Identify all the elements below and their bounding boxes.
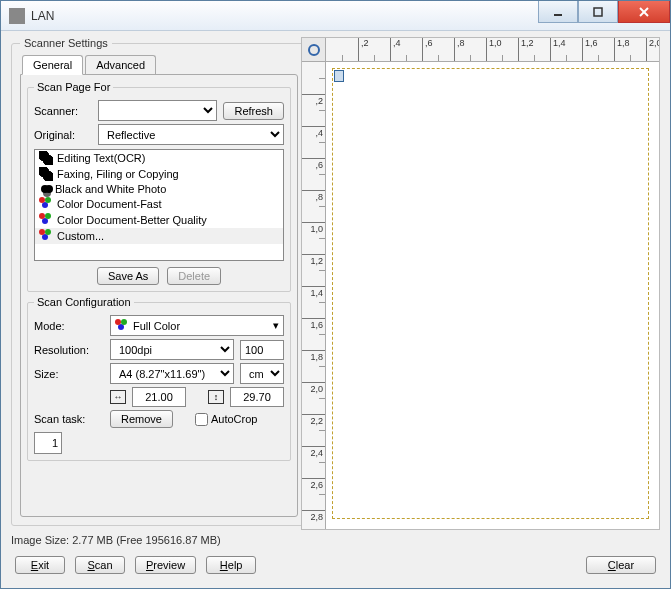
color-icon	[39, 213, 53, 227]
preview-canvas[interactable]	[326, 62, 659, 529]
bw-icon	[41, 185, 49, 193]
full-color-icon	[115, 319, 129, 333]
resolution-label: Resolution:	[34, 344, 104, 356]
scan-configuration-group: Scan Configuration Mode: Full Color ▾ Re…	[27, 296, 291, 461]
original-select[interactable]: Reflective	[98, 124, 284, 145]
app-window: LAN Scanner Settings General Advanced Sc…	[0, 0, 671, 589]
width-input[interactable]	[132, 387, 186, 407]
window-title: LAN	[31, 9, 538, 23]
unit-select[interactable]: cm	[240, 363, 284, 384]
mode-select[interactable]: Full Color ▾	[110, 315, 284, 336]
tab-advanced[interactable]: Advanced	[85, 55, 156, 75]
page-outline	[332, 68, 649, 519]
save-as-button[interactable]: Save As	[97, 267, 159, 285]
maximize-button[interactable]	[578, 1, 618, 23]
clear-button[interactable]: Clear	[586, 556, 656, 574]
scan-task-label: Scan task:	[34, 413, 104, 425]
preset-list[interactable]: Editing Text(OCR)Faxing, Filing or Copyi…	[34, 149, 284, 261]
minimize-button[interactable]	[538, 1, 578, 23]
preset-item[interactable]: Color Document-Better Quality	[35, 212, 283, 228]
scan-page-for-group: Scan Page For Scanner: Refresh Original:…	[27, 81, 291, 292]
dpi-input[interactable]	[240, 340, 284, 360]
titlebar: LAN	[1, 1, 670, 31]
preset-item[interactable]: Color Document-Fast	[35, 196, 283, 212]
ruler-horizontal: ,2,4,6,81,01,21,41,61,82,0	[326, 38, 659, 62]
original-label: Original:	[34, 129, 92, 141]
preset-label: Editing Text(OCR)	[57, 152, 145, 164]
delete-button[interactable]: Delete	[167, 267, 221, 285]
scanner-settings-group: Scanner Settings General Advanced Scan P…	[11, 37, 307, 526]
preset-item[interactable]: Custom...	[35, 228, 283, 244]
color-icon	[39, 229, 53, 243]
preset-label: Color Document-Fast	[57, 198, 162, 210]
preset-label: Custom...	[57, 230, 104, 242]
remove-button[interactable]: Remove	[110, 410, 173, 428]
refresh-button[interactable]: Refresh	[223, 102, 284, 120]
bw-icon	[39, 151, 53, 165]
resolution-select[interactable]: 100dpi	[110, 339, 234, 360]
preset-label: Color Document-Better Quality	[57, 214, 207, 226]
preset-item[interactable]: Black and White Photo	[35, 182, 283, 196]
preview-area[interactable]: ,2,4,6,81,01,21,41,61,82,0 ,2,4,6,81,01,…	[301, 37, 660, 530]
app-icon	[9, 8, 25, 24]
color-icon	[39, 197, 53, 211]
scanner-label: Scanner:	[34, 105, 92, 117]
size-label: Size:	[34, 368, 104, 380]
bw-icon	[39, 167, 53, 181]
close-button[interactable]	[618, 1, 670, 23]
width-icon	[110, 390, 126, 404]
preset-label: Faxing, Filing or Copying	[57, 168, 179, 180]
exit-button[interactable]: Exit	[15, 556, 65, 574]
scan-configuration-legend: Scan Configuration	[34, 296, 134, 308]
ruler-corner-icon	[302, 38, 326, 62]
preview-button[interactable]: Preview	[135, 556, 196, 574]
mode-label: Mode:	[34, 320, 104, 332]
selection-handle[interactable]	[334, 70, 344, 82]
preset-label: Black and White Photo	[55, 183, 166, 195]
scan-button[interactable]: Scan	[75, 556, 125, 574]
height-icon	[208, 390, 224, 404]
task-count-box: 1	[34, 432, 62, 454]
preset-item[interactable]: Faxing, Filing or Copying	[35, 166, 283, 182]
status-text: Image Size: 2.77 MB (Free 195616.87 MB)	[1, 530, 670, 548]
scanner-settings-legend: Scanner Settings	[20, 37, 112, 49]
autocrop-checkbox[interactable]: AutoCrop	[195, 413, 253, 426]
help-button[interactable]: Help	[206, 556, 256, 574]
scanner-select[interactable]	[98, 100, 217, 121]
tab-general[interactable]: General	[22, 55, 83, 75]
chevron-down-icon: ▾	[273, 319, 279, 332]
svg-rect-1	[594, 8, 602, 16]
svg-point-4	[309, 45, 319, 55]
size-select[interactable]: A4 (8.27"x11.69")	[110, 363, 234, 384]
height-input[interactable]	[230, 387, 284, 407]
ruler-vertical: ,2,4,6,81,01,21,41,61,82,02,22,42,62,8	[302, 62, 326, 529]
scan-page-for-legend: Scan Page For	[34, 81, 113, 93]
preset-item[interactable]: Editing Text(OCR)	[35, 150, 283, 166]
